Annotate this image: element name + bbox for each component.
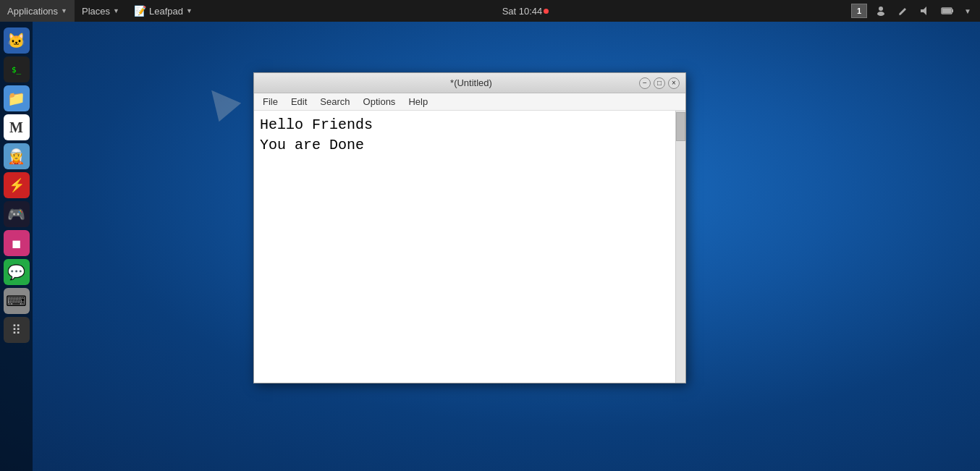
sidebar-item-app7[interactable]: 🎮	[4, 201, 30, 227]
menu-help-label: Help	[408, 96, 428, 107]
places-menu[interactable]: Places ▼	[75, 0, 127, 22]
sidebar-item-app5[interactable]: 🧝	[4, 143, 30, 169]
window-controls: − □ ×	[639, 77, 680, 89]
sidebar-item-app9[interactable]: 💬	[4, 259, 30, 285]
svg-rect-2	[921, 9, 924, 12]
menu-search[interactable]: Search	[314, 95, 355, 109]
datetime-label: Sat 10:44	[502, 6, 543, 17]
mail-icon: M	[9, 119, 23, 136]
app6-icon: ⚡	[9, 177, 25, 193]
sidebar-item-files[interactable]: 📁	[4, 85, 30, 111]
close-icon: ×	[672, 79, 676, 87]
places-arrow: ▼	[113, 7, 119, 14]
sidebar-item-grid[interactable]: ⠿	[4, 317, 30, 343]
keyboard-icon: ⌨	[6, 292, 27, 310]
minimize-button[interactable]: −	[639, 77, 651, 89]
svg-marker-3	[924, 7, 926, 15]
scrollbar-thumb[interactable]	[676, 112, 685, 141]
sidebar-item-app1[interactable]: 🐱	[4, 27, 30, 54]
menu-search-label: Search	[320, 96, 350, 107]
window-content	[254, 111, 685, 383]
window-title: *(Untitled)	[303, 77, 639, 88]
menu-edit[interactable]: Edit	[285, 95, 313, 109]
svg-rect-6	[942, 9, 951, 13]
sidebar-item-app8[interactable]: ◼	[4, 230, 30, 256]
sidebar-dock: 🐱 $_ 📁 M 🧝 ⚡ 🎮 ◼ 💬 ⌨ ⠿	[0, 22, 33, 471]
applications-menu[interactable]: Applications ▼	[0, 0, 75, 22]
app8-icon: ◼	[12, 237, 21, 250]
close-button[interactable]: ×	[668, 77, 680, 89]
maximize-button[interactable]: □	[654, 77, 665, 89]
sidebar-item-keyboard[interactable]: ⌨	[4, 288, 30, 314]
menu-file-label: File	[263, 96, 278, 107]
taskbar-left: Applications ▼ Places ▼ 📝 Leafpad ▼	[0, 0, 200, 22]
menu-options[interactable]: Options	[358, 95, 402, 109]
scrollbar[interactable]	[675, 111, 685, 383]
svg-point-0	[879, 7, 883, 11]
text-editor[interactable]	[254, 111, 675, 383]
desktop-decoration-arrow	[200, 81, 241, 122]
leafpad-arrow: ▼	[186, 7, 193, 14]
menu-help[interactable]: Help	[402, 95, 434, 109]
minimize-icon: −	[643, 79, 647, 87]
menu-options-label: Options	[363, 96, 396, 107]
folder-icon: 📁	[7, 90, 25, 107]
terminal-icon: $_	[12, 65, 21, 75]
applications-arrow: ▼	[61, 7, 67, 14]
workspace-number: 1	[857, 7, 861, 15]
taskbar-right: 1 ▼	[851, 0, 980, 22]
leafpad-label: Leafpad	[149, 6, 183, 17]
leafpad-menu[interactable]: 📝 Leafpad ▼	[127, 0, 200, 22]
app1-icon: 🐱	[7, 32, 25, 49]
places-label: Places	[82, 6, 110, 17]
dropdown-arrow[interactable]: ▼	[961, 0, 974, 22]
leafpad-icon: 📝	[134, 5, 146, 17]
app7-icon: 🎮	[7, 205, 25, 223]
app5-icon: 🧝	[7, 148, 25, 165]
sidebar-item-terminal[interactable]: $_	[4, 56, 30, 82]
applications-label: Applications	[7, 6, 58, 17]
sidebar-item-mail[interactable]: M	[4, 114, 30, 140]
record-indicator	[544, 9, 549, 14]
chevron-down-icon: ▼	[964, 7, 971, 15]
workspace-indicator[interactable]: 1	[851, 4, 867, 18]
leafpad-window: *(Untitled) − □ × File Edit Search Optio…	[253, 72, 686, 383]
svg-point-1	[877, 12, 884, 16]
taskbar: Applications ▼ Places ▼ 📝 Leafpad ▼ Sat …	[0, 0, 980, 22]
menu-file[interactable]: File	[257, 95, 284, 109]
pen-icon[interactable]	[895, 0, 912, 22]
svg-rect-5	[952, 9, 953, 12]
window-menubar: File Edit Search Options Help	[254, 93, 685, 111]
sidebar-item-app6[interactable]: ⚡	[4, 172, 30, 198]
volume-icon[interactable]	[916, 0, 934, 22]
maximize-icon: □	[657, 79, 662, 87]
grid-icon: ⠿	[12, 322, 22, 338]
taskbar-center: Sat 10:44	[200, 6, 851, 17]
window-titlebar[interactable]: *(Untitled) − □ ×	[254, 73, 685, 93]
app9-icon: 💬	[7, 263, 25, 281]
user-accounts-icon[interactable]	[871, 0, 890, 22]
menu-edit-label: Edit	[291, 96, 307, 107]
battery-icon[interactable]	[938, 0, 957, 22]
